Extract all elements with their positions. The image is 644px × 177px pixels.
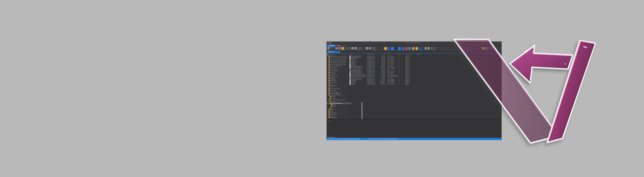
folder-icon	[330, 42, 331, 43]
folder-icon	[329, 114, 330, 115]
ribbon-group-label: Clipboard	[327, 50, 335, 51]
ribbon: CopyCutClipboardCreate folderImport file…	[327, 47, 502, 51]
tree-item[interactable]: Software Filer	[327, 117, 350, 119]
status-local-folder: Local folder: C:\projects\PowerShellRunA…	[328, 138, 360, 140]
folder-icon	[327, 54, 329, 55]
file-icon	[350, 72, 350, 73]
file-date: 1/16/2012 10:23 PM	[367, 84, 375, 85]
status-bar: Local folder: C:\projects\PowerShellRunA…	[327, 138, 502, 140]
mag-icon[interactable]	[338, 47, 341, 50]
column-header-name[interactable]: Name	[350, 53, 366, 55]
column-header-size[interactable]: Size	[376, 53, 385, 55]
folder-icon	[329, 95, 330, 95]
ribbon-group-label: Repository	[335, 50, 351, 51]
file-icon	[350, 60, 350, 61]
column-header-type[interactable]: Type	[387, 53, 397, 55]
file-icon	[350, 57, 350, 58]
small-commands: CopyCut	[331, 47, 334, 49]
ribbon-group-clipboard: CopyCutClipboard	[327, 47, 335, 51]
logo-right-stroke	[547, 41, 595, 142]
file-icon	[350, 70, 350, 71]
ribbon-group-label: Backup	[424, 50, 444, 51]
ribbon-group-versions: MergeLockUnlockVersions	[366, 47, 383, 51]
command-icon	[489, 48, 490, 49]
folder-icon	[331, 106, 332, 107]
plain-icon[interactable]	[355, 47, 357, 50]
plain-icon[interactable]	[428, 47, 430, 50]
fold-icon[interactable]	[482, 47, 485, 50]
glossy-arrow-v-logo	[0, 0, 644, 177]
file-icon	[350, 77, 350, 79]
column-header-revision[interactable]: Revision	[398, 53, 405, 55]
file-icon	[350, 75, 350, 76]
column-header-date-modified[interactable]: Date modified	[367, 53, 375, 55]
output-pane-label: Output	[328, 120, 331, 122]
folder-icon	[330, 96, 331, 97]
file-name: stdafx.h	[350, 84, 366, 85]
file-icon	[350, 63, 350, 64]
command-accent[interactable]: Accent	[489, 48, 493, 49]
window-control-buttons[interactable]: – □ ×	[495, 42, 501, 43]
file-icon	[350, 79, 350, 80]
file-icon	[350, 73, 350, 75]
folder-icon	[331, 104, 332, 105]
file-icon	[350, 82, 350, 84]
plain-icon[interactable]	[366, 47, 368, 50]
group-separator	[424, 47, 424, 51]
file-icon	[350, 64, 350, 66]
ribbon-group-backup: Backup nowRestoreVerifyBackup	[424, 47, 444, 51]
file-icon	[350, 81, 350, 82]
command-icon	[331, 48, 332, 49]
folder-icon	[329, 93, 330, 94]
ribbon-group-label: Style	[482, 50, 501, 51]
command-cut[interactable]: Cut	[331, 48, 334, 49]
file-icon	[350, 71, 350, 72]
folder-tab-label: Backgrounds	[328, 51, 335, 52]
column-header-locked[interactable]: Locked	[417, 53, 423, 55]
file-icon	[350, 76, 350, 77]
group-separator	[383, 47, 384, 51]
file-icon	[350, 62, 350, 63]
column-header-local-status[interactable]: Local status	[405, 53, 416, 55]
file-local-status: Identical	[405, 84, 415, 85]
fold-icon[interactable]	[342, 47, 344, 50]
ribbon-group-label: Versions	[366, 50, 383, 51]
folder-icon	[329, 88, 330, 89]
folder-icon	[329, 117, 330, 118]
file-manager-window: Backgrounds - Repository – □ × Repositor…	[326, 41, 502, 140]
plain-icon[interactable]	[351, 47, 354, 50]
mag-icon[interactable]	[369, 47, 371, 50]
paste-icon[interactable]	[327, 47, 330, 50]
ribbon-group-files: UpdateCommitRevertFiles	[351, 47, 365, 51]
ribbon-group-label: Files	[351, 50, 365, 51]
folder-icon	[329, 86, 330, 87]
folder-icon	[330, 108, 331, 108]
ribbon-app-button[interactable]: Repository	[327, 45, 336, 47]
folder-icon	[329, 85, 330, 86]
group-separator	[445, 47, 445, 51]
main-content: Backgrounds2012 Pictures to print versio…	[327, 53, 502, 119]
status-repository: Typical repository: https://svn.local/sv…	[369, 138, 398, 140]
folder-icon	[329, 112, 330, 113]
mag-icon[interactable]	[335, 47, 338, 50]
small-commands: ThemeAccent	[489, 47, 493, 49]
desktop-background: Backgrounds - Repository – □ × Repositor…	[0, 0, 644, 177]
file-icon	[350, 66, 350, 67]
file-row[interactable]: stdafx.h1/16/2012 10:23 PM1.12 KBC/C++ H…	[327, 84, 502, 85]
plain-icon[interactable]	[424, 47, 427, 50]
mag-icon[interactable]	[485, 47, 488, 50]
ribbon-tab-home[interactable]: Home	[336, 45, 341, 47]
file-size: 1.12 KB	[376, 84, 385, 85]
ribbon-tab-tools[interactable]: Tools	[342, 45, 346, 47]
file-icon	[350, 84, 350, 85]
group-separator	[501, 47, 501, 51]
ribbon-group-repository: Create folderImport filesExport filesRep…	[335, 47, 351, 51]
folder-icon	[329, 109, 330, 110]
ribbon-group-label: Tools	[384, 50, 423, 51]
file-revision: 1	[398, 84, 402, 85]
folder-icon	[329, 90, 330, 91]
file-icon	[350, 67, 350, 68]
titlebar[interactable]: Backgrounds - Repository – □ ×	[327, 42, 502, 44]
output-pane: Output	[327, 120, 502, 137]
file-icon	[350, 61, 350, 62]
